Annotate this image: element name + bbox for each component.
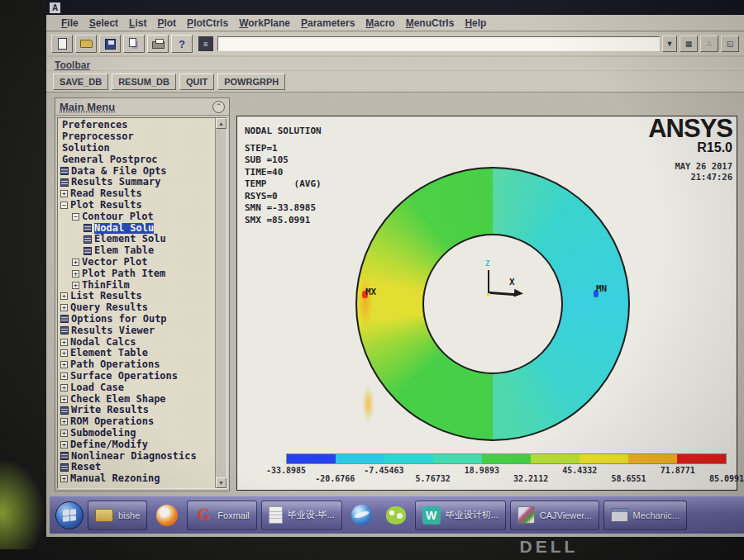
leaf-doc-icon[interactable] <box>83 235 92 244</box>
tree-item-element-table[interactable]: +Element Table <box>60 348 215 359</box>
leaf-doc-icon[interactable] <box>60 315 69 323</box>
menu-plotctrls[interactable]: PlotCtrls <box>187 17 228 29</box>
toolbar-button-powrgrph[interactable]: POWRGRPH <box>217 74 285 90</box>
tree-item-solution[interactable]: Solution <box>60 143 215 154</box>
expand-icon[interactable]: + <box>60 429 68 437</box>
leaf-doc-icon[interactable] <box>60 463 69 472</box>
leaf-doc-icon[interactable] <box>60 406 69 415</box>
menu-list[interactable]: List <box>129 17 146 29</box>
tree-item-contour-plot[interactable]: −Contour Plot <box>60 211 215 222</box>
taskbar-browser-icon[interactable] <box>346 501 377 530</box>
expand-icon[interactable]: + <box>72 282 79 289</box>
expand-icon[interactable]: + <box>72 259 79 266</box>
menu-parameters[interactable]: Parameters <box>301 17 355 29</box>
command-input[interactable] <box>217 36 660 51</box>
open-file-button[interactable] <box>75 35 97 53</box>
window-title-bar[interactable]: A <box>46 0 744 15</box>
taskbar-task-cajviewer[interactable]: CAJViewer... <box>510 501 599 530</box>
menu-select[interactable]: Select <box>89 17 118 29</box>
collapse-icon[interactable]: − <box>72 213 79 221</box>
menu-workplane[interactable]: WorkPlane <box>239 17 290 29</box>
print-button[interactable] <box>147 35 169 53</box>
tree-item-surface-operations[interactable]: +Surface Operations <box>60 371 215 382</box>
tree-item-manual-rezoning[interactable]: +Manual Rezoning <box>60 473 215 485</box>
tree-item-path-operations[interactable]: +Path Operations <box>60 359 215 371</box>
tree-item-reset[interactable]: Reset <box>60 462 215 473</box>
menu-menuctrls[interactable]: MenuCtrls <box>406 17 455 29</box>
leaf-doc-icon[interactable] <box>60 178 69 187</box>
main-menu-scrollbar[interactable]: ▲ ▼ <box>215 118 227 488</box>
leaf-doc-icon[interactable] <box>83 224 92 232</box>
save-button[interactable] <box>99 35 121 53</box>
taskbar-task-foxmail[interactable]: GFoxmail <box>187 501 257 530</box>
contact-manager-button[interactable]: ◱ <box>721 36 739 52</box>
menu-help[interactable]: Help <box>465 17 486 29</box>
tree-item-element-solu[interactable]: Element Solu <box>60 234 215 245</box>
toolbar-button-resum-db[interactable]: RESUM_DB <box>112 74 176 90</box>
collapse-pin-icon[interactable]: ⌃ <box>212 101 225 113</box>
tree-item-list-results[interactable]: +List Results <box>60 291 215 302</box>
taskbar-task-bishe[interactable]: bishe <box>88 501 147 530</box>
expand-icon[interactable]: + <box>60 441 68 448</box>
tree-item-nodal-solu[interactable]: Nodal Solu <box>60 222 215 234</box>
start-button[interactable] <box>55 501 83 529</box>
leaf-doc-icon[interactable] <box>60 452 69 460</box>
tree-item-options-for-outp[interactable]: Options for Outp <box>60 314 215 325</box>
taskbar-firefox-icon[interactable] <box>151 501 183 530</box>
new-file-button[interactable] <box>51 35 73 53</box>
copy-button[interactable] <box>123 35 145 53</box>
tree-item-preferences[interactable]: Preferences <box>60 120 215 131</box>
taskbar-task-mechanic[interactable]: Mechanic... <box>603 501 687 530</box>
history-dropdown-button[interactable]: ▼ <box>662 36 677 52</box>
taskbar-wechat-icon[interactable] <box>381 501 411 530</box>
expand-icon[interactable]: + <box>60 190 68 197</box>
scroll-down-icon[interactable]: ▼ <box>216 477 227 488</box>
expand-icon[interactable]: + <box>60 349 68 357</box>
tree-item-preprocessor[interactable]: Preprocessor <box>60 131 215 143</box>
tree-item-results-summary[interactable]: Results Summary <box>60 177 215 188</box>
leaf-doc-icon[interactable] <box>60 167 69 175</box>
taskbar-task-[interactable]: W毕业设计初... <box>415 501 506 530</box>
expand-icon[interactable]: + <box>60 292 68 300</box>
tree-item-write-results[interactable]: Write Results <box>60 405 215 416</box>
leaf-doc-icon[interactable] <box>83 247 92 255</box>
expand-icon[interactable]: + <box>60 396 68 403</box>
tree-item-general-postproc[interactable]: General Postproc <box>60 154 215 165</box>
tree-item-elem-table[interactable]: Elem Table <box>60 245 215 257</box>
reset-picking-button[interactable]: ∴ <box>700 36 718 52</box>
expand-icon[interactable]: + <box>60 339 68 346</box>
help-button[interactable]: ? <box>171 35 193 53</box>
tree-item-data-file-opts[interactable]: Data & File Opts <box>60 165 215 177</box>
collapse-icon[interactable]: − <box>60 202 68 209</box>
tree-item-thinfilm[interactable]: +ThinFilm <box>60 279 215 291</box>
menu-plot[interactable]: Plot <box>157 17 176 29</box>
tree-item-nonlinear-diagnostics[interactable]: Nonlinear Diagnostics <box>60 450 215 462</box>
tree-item-results-viewer[interactable]: Results Viewer <box>60 325 215 336</box>
toolbar-button-save-db[interactable]: SAVE_DB <box>53 74 108 90</box>
expand-icon[interactable]: + <box>60 373 68 380</box>
tree-item-submodeling[interactable]: +Submodeling <box>60 428 215 439</box>
tree-item-define-modify[interactable]: +Define/Modify <box>60 439 215 450</box>
expand-icon[interactable]: + <box>60 304 68 311</box>
tree-item-rom-operations[interactable]: +ROM Operations <box>60 416 215 428</box>
tree-item-nodal-calcs[interactable]: +Nodal Calcs <box>60 336 215 348</box>
leaf-doc-icon[interactable] <box>60 326 69 335</box>
expand-icon[interactable]: + <box>72 270 79 278</box>
tree-item-load-case[interactable]: +Load Case <box>60 382 215 393</box>
tree-item-plot-path-item[interactable]: +Plot Path Item <box>60 268 215 279</box>
graphics-window[interactable]: NODAL SOLUTIONSTEP=1SUB =105TIME=40TEMP … <box>236 116 737 491</box>
tree-item-query-results[interactable]: +Query Results <box>60 302 215 314</box>
raise-hidden-button[interactable]: ▦ <box>680 36 698 52</box>
tree-item-read-results[interactable]: +Read Results <box>60 188 215 200</box>
toolbar-button-quit[interactable]: QUIT <box>179 74 214 90</box>
tree-item-plot-results[interactable]: −Plot Results <box>60 200 215 211</box>
expand-icon[interactable]: + <box>60 418 68 425</box>
expand-icon[interactable]: + <box>60 475 68 482</box>
tree-item-vector-plot[interactable]: +Vector Plot <box>60 257 215 268</box>
tree-item-check-elem-shape[interactable]: +Check Elem Shape <box>60 393 215 405</box>
expand-icon[interactable]: + <box>60 384 68 392</box>
menu-file[interactable]: File <box>61 17 79 29</box>
scroll-up-icon[interactable]: ▲ <box>216 118 227 129</box>
expand-icon[interactable]: + <box>60 361 68 368</box>
taskbar-task-[interactable]: 毕业设-毕... <box>261 501 342 530</box>
